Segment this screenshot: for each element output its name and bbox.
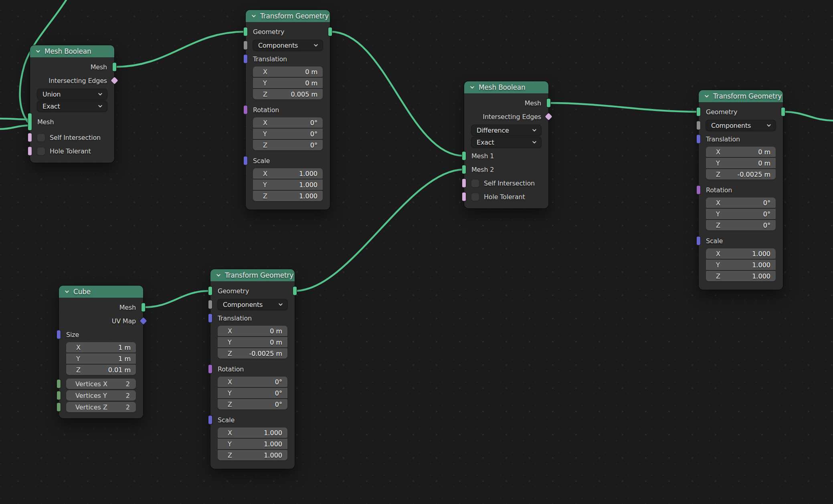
socket-self-intersection-input[interactable] <box>28 133 32 142</box>
value-slider-z[interactable]: Z-0.0025 m <box>706 169 776 179</box>
socket-rotation-input[interactable] <box>208 365 212 373</box>
value-slider-z[interactable]: Z0.01 m <box>66 365 136 375</box>
socket-mesh-output[interactable] <box>547 99 550 107</box>
node-header[interactable]: Mesh Boolean <box>30 45 114 57</box>
socket-components-input[interactable] <box>244 41 247 50</box>
checkbox-self-intersection[interactable] <box>471 179 479 187</box>
checkbox-hole-tolerant[interactable] <box>471 193 479 201</box>
value-slider-y[interactable]: Y1.000 <box>253 179 323 190</box>
socket-self-intersection-input[interactable] <box>462 179 466 187</box>
value-slider-z[interactable]: Z1.000 <box>706 271 776 281</box>
node-header[interactable]: Mesh Boolean <box>464 81 548 93</box>
value-slider-vertices-y[interactable]: Vertices Y2 <box>66 390 136 401</box>
node-header[interactable]: Transform Geometry <box>210 269 295 281</box>
node-header[interactable]: Transform Geometry <box>246 10 330 22</box>
socket-geometry-input[interactable] <box>244 28 247 36</box>
value-slider-z[interactable]: Z0° <box>706 220 776 230</box>
dropdown-exact[interactable]: Exact <box>37 101 107 111</box>
dropdown-components[interactable]: Components <box>706 120 776 131</box>
socket-vertices-x-input[interactable] <box>57 380 61 388</box>
value-slider-y[interactable]: Y0° <box>218 388 287 398</box>
socket-rotation-input[interactable] <box>697 186 700 194</box>
value-slider-z[interactable]: Z0° <box>218 399 287 409</box>
socket-hole-tolerant-input[interactable] <box>28 147 32 155</box>
node-mesh-boolean-1[interactable]: Mesh BooleanMeshIntersecting EdgesUnionE… <box>30 45 114 163</box>
socket-geometry-output[interactable] <box>328 28 332 36</box>
vector-label: Translation <box>706 135 740 143</box>
value-slider-x[interactable]: X0° <box>218 377 287 387</box>
socket-intersecting-edges-output[interactable] <box>545 113 552 120</box>
socket-rotation-input[interactable] <box>244 106 247 114</box>
value-slider-z[interactable]: Z0.005 m <box>253 89 323 99</box>
dropdown-exact[interactable]: Exact <box>471 137 541 147</box>
node-editor-canvas[interactable]: Mesh BooleanMeshIntersecting EdgesUnionE… <box>0 0 833 504</box>
value-slider-x[interactable]: X0 m <box>218 326 287 336</box>
dropdown-difference[interactable]: Difference <box>471 125 541 135</box>
value-slider-z[interactable]: Z1.000 <box>253 191 323 201</box>
value-slider-y[interactable]: Y0 m <box>706 158 776 168</box>
socket-geometry-output[interactable] <box>293 287 297 295</box>
value-slider-x[interactable]: X1.000 <box>706 248 776 259</box>
node-link-wire <box>549 103 699 112</box>
socket-scale-input[interactable] <box>244 157 247 165</box>
socket-translation-input[interactable] <box>208 314 212 323</box>
dropdown-components[interactable]: Components <box>253 40 323 50</box>
socket-vertices-z-input[interactable] <box>57 403 61 411</box>
node-transform-geometry-1[interactable]: Transform GeometryGeometryComponentsTran… <box>246 10 330 210</box>
value-slider-x[interactable]: X0° <box>706 198 776 208</box>
socket-scale-input[interactable] <box>208 416 212 424</box>
value-slider-z[interactable]: Z1.000 <box>218 450 287 460</box>
value-slider-x[interactable]: X1 m <box>66 342 136 353</box>
value-slider-vertices-z[interactable]: Vertices Z2 <box>66 402 136 412</box>
value-slider-y[interactable]: Y0 m <box>218 337 287 347</box>
node-header[interactable]: Transform Geometry <box>699 90 783 102</box>
socket-mesh-1-input[interactable] <box>462 152 466 160</box>
socket-mesh-output[interactable] <box>142 303 145 312</box>
node-transform-geometry-3[interactable]: Transform GeometryGeometryComponentsTran… <box>210 269 295 469</box>
value-slider-x[interactable]: X0 m <box>253 67 323 77</box>
socket-vertices-y-input[interactable] <box>57 391 61 400</box>
checkbox-hole-tolerant[interactable] <box>37 147 45 155</box>
socket-intersecting-edges-output[interactable] <box>111 77 118 84</box>
value-slider-y[interactable]: Y1.000 <box>706 260 776 270</box>
socket-components-input[interactable] <box>697 121 700 130</box>
node-transform-geometry-2[interactable]: Transform GeometryGeometryComponentsTran… <box>699 90 783 290</box>
value-slider-y[interactable]: Y1 m <box>66 353 136 364</box>
node-mesh-boolean-2[interactable]: Mesh BooleanMeshIntersecting EdgesDiffer… <box>464 81 548 208</box>
dropdown-union[interactable]: Union <box>37 89 107 99</box>
socket-mesh-output[interactable] <box>113 63 116 71</box>
socket-scale-input[interactable] <box>697 237 700 245</box>
value-slider-y[interactable]: Y1.000 <box>218 439 287 449</box>
checkbox-self-intersection[interactable] <box>37 134 45 141</box>
socket-components-input[interactable] <box>208 300 212 309</box>
socket-size-input[interactable] <box>57 331 61 339</box>
socket-translation-input[interactable] <box>697 135 700 143</box>
value-slider-y[interactable]: Y0° <box>706 209 776 219</box>
socket-mesh-input[interactable] <box>28 113 32 130</box>
vector-label: Translation <box>218 314 252 322</box>
socket-mesh-2-input[interactable] <box>462 165 466 174</box>
field-value: 2 <box>126 380 130 388</box>
socket-geometry-input[interactable] <box>697 108 700 116</box>
checkbox-label: Hole Tolerant <box>50 147 91 155</box>
output-label: Intersecting Edges <box>483 113 541 121</box>
value-slider-z[interactable]: Z-0.0025 m <box>218 348 287 359</box>
socket-uv-map-output[interactable] <box>140 317 147 325</box>
dropdown-components[interactable]: Components <box>218 299 287 310</box>
socket-hole-tolerant-input[interactable] <box>462 193 466 201</box>
node-header[interactable]: Cube <box>59 286 143 298</box>
value-slider-x[interactable]: X0° <box>253 117 323 128</box>
axis-value: 0° <box>275 378 282 386</box>
socket-geometry-output[interactable] <box>781 108 785 116</box>
value-slider-y[interactable]: Y0° <box>253 129 323 139</box>
value-slider-x[interactable]: X1.000 <box>253 168 323 179</box>
value-slider-x[interactable]: X1.000 <box>218 427 287 438</box>
value-slider-vertices-x[interactable]: Vertices X2 <box>66 379 136 389</box>
value-slider-x[interactable]: X0 m <box>706 147 776 157</box>
node-cube-1[interactable]: CubeMeshUV MapSizeX1 mY1 mZ0.01 mVertice… <box>59 286 143 418</box>
vector-label-row: Scale <box>210 413 295 427</box>
value-slider-z[interactable]: Z0° <box>253 140 323 150</box>
value-slider-y[interactable]: Y0 m <box>253 78 323 88</box>
socket-geometry-input[interactable] <box>208 287 212 295</box>
socket-translation-input[interactable] <box>244 55 247 63</box>
